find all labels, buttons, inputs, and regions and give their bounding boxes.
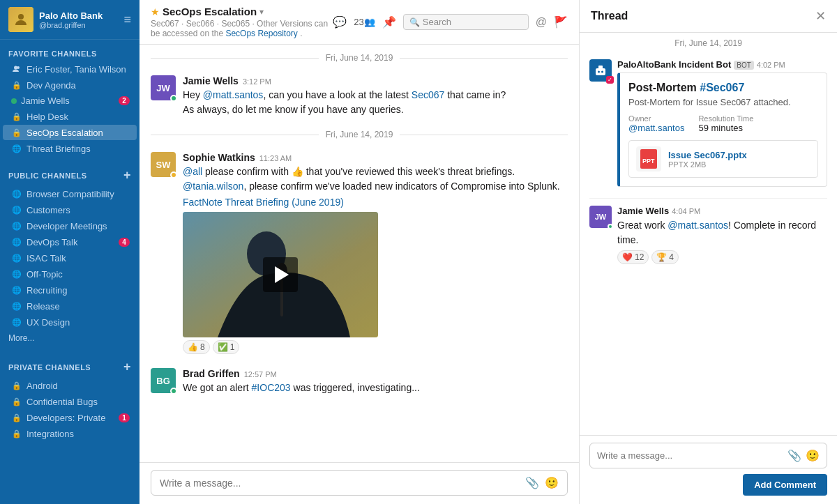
play-button[interactable] — [263, 257, 298, 292]
thread-input-box: 📎 🙂 — [589, 443, 827, 468]
more-channels-link[interactable]: More... — [0, 330, 140, 349]
sidebar-item-jamie-wells[interactable]: Jamie Wells 2 — [3, 93, 137, 108]
sidebar-item-developers-private[interactable]: 🔒 Developers: Private 1 — [3, 410, 137, 425]
postmortem-issue-link[interactable]: #Sec067 — [700, 82, 744, 93]
mention-link[interactable]: @matt.santos — [203, 89, 264, 100]
reaction-count: 1 — [230, 342, 235, 352]
globe-icon: 🌐 — [11, 220, 22, 231]
bookmark-icon[interactable]: 🚩 — [554, 15, 568, 29]
mention-tania[interactable]: @tania.wilson — [183, 181, 243, 192]
private-section-header[interactable]: PRIVATE CHANNELS + — [0, 357, 140, 377]
globe-icon: 🌐 — [11, 268, 22, 280]
issue-link[interactable]: Sec067 — [412, 89, 444, 100]
svg-point-2 — [17, 66, 20, 69]
globe-icon: 🌐 — [11, 236, 22, 247]
sidebar-item-ux-design[interactable]: 🌐 UX Design — [3, 314, 137, 330]
ioc-link[interactable]: #IOC203 — [252, 382, 291, 393]
reaction-checkmark[interactable]: ✅ 1 — [213, 340, 240, 354]
channel-star-icon[interactable]: ★ — [151, 6, 160, 17]
user-avatar: JW — [589, 206, 612, 228]
mention-all[interactable]: @all — [183, 166, 202, 177]
channel-header: ★ SecOps Escalation ▾ Sec067 · Sec066 · … — [140, 0, 579, 45]
status-dot — [170, 171, 177, 178]
members-count: 23 — [354, 17, 363, 27]
reaction-thumbs-up[interactable]: 👍 8 — [183, 340, 210, 354]
sidebar-item-off-topic[interactable]: 🌐 Off-Topic — [3, 266, 137, 282]
lock-icon: 🔒 — [11, 127, 22, 138]
pin-icon[interactable]: 📌 — [382, 15, 396, 29]
postmortem-card: Post-Mortem #Sec067 Post-Mortem for Issu… — [617, 72, 827, 187]
message-time: 11:23 AM — [259, 154, 292, 162]
globe-icon: 🌐 — [11, 284, 22, 296]
message-input-area: 📎 🙂 — [140, 462, 579, 504]
sidebar-item-integrations[interactable]: 🔒 Integrations — [3, 426, 137, 441]
thread-attachment-icon[interactable]: 📎 — [787, 449, 801, 462]
reaction-heart[interactable]: ❤️ 12 — [617, 250, 649, 264]
workspace-header[interactable]: Palo Alto Bank @brad.griffen ≡ — [0, 0, 140, 40]
thread-header: Thread ✕ — [580, 0, 837, 33]
reaction-trophy[interactable]: 🏆 4 — [651, 250, 679, 264]
postmortem-meta: Owner @matt.santos Resolution Time 59 mi… — [628, 114, 818, 133]
thread-message-input[interactable] — [597, 450, 783, 461]
emoji-icon[interactable]: 🙂 — [545, 476, 559, 489]
owner-label: Owner — [628, 114, 684, 123]
add-private-channel-icon[interactable]: + — [123, 360, 131, 374]
sidebar-item-recruiting[interactable]: 🌐 Recruiting — [3, 282, 137, 298]
sidebar-item-android[interactable]: 🔒 Android — [3, 378, 137, 393]
message-header: Brad Griffen 12:57 PM — [183, 368, 568, 379]
avatar-initials — [8, 7, 33, 32]
sidebar-item-developer-meetings[interactable]: 🌐 Developer Meetings — [3, 218, 137, 234]
sidebar-item-secops-escalation[interactable]: 🔒 SecOps Escalation — [3, 125, 137, 140]
sidebar-item-devops-talk[interactable]: 🌐 DevOps Talk 4 — [3, 234, 137, 250]
file-size: PPTX 2MB — [668, 160, 747, 169]
postmortem-owner: Owner @matt.santos — [628, 114, 684, 133]
channel-chevron-icon[interactable]: ▾ — [259, 7, 264, 17]
message-row: BG Brad Griffen 12:57 PM We got an alert… — [151, 364, 568, 399]
add-public-channel-icon[interactable]: + — [123, 168, 131, 183]
sidebar-item-label: Developers: Private — [27, 413, 119, 423]
public-section-header[interactable]: PUBLIC CHANNELS + — [0, 165, 140, 185]
sidebar-item-eric-tania[interactable]: Eric Foster, Tania Wilson — [3, 61, 137, 77]
sidebar-item-dev-agenda[interactable]: 🔒 Dev Agenda — [3, 77, 137, 93]
message-text: @all please confirm with 👍 that you've r… — [183, 165, 568, 179]
public-channels-section: PUBLIC CHANNELS + 🌐 Browser Compatibilit… — [0, 158, 140, 350]
svg-rect-7 — [596, 68, 605, 75]
workspace-name: Palo Alto Bank — [39, 10, 123, 21]
thread-msg-header: Jamie Wells 4:04 PM — [617, 206, 827, 216]
thread-msg-content: Jamie Wells 4:04 PM Great work @matt.san… — [617, 206, 827, 264]
status-dot — [608, 224, 613, 229]
attachment-icon[interactable]: 📎 — [525, 476, 539, 489]
channel-members[interactable]: 23 👥 — [354, 17, 375, 27]
channel-title-area: ★ SecOps Escalation ▾ Sec067 · Sec066 · … — [151, 6, 333, 38]
factbook-link[interactable]: FactNote Threat Briefing (June 2019) — [183, 197, 568, 208]
bot-avatar: ✓ — [589, 59, 612, 82]
video-thumbnail[interactable] — [183, 212, 378, 337]
sidebar-menu-icon[interactable]: ≡ — [123, 13, 131, 27]
date-text-1: Fri, June 14, 2019 — [319, 53, 400, 63]
secops-repo-link[interactable]: SecOps Repository — [225, 29, 297, 38]
message-input-box: 📎 🙂 — [151, 470, 568, 496]
sidebar-item-help-desk[interactable]: 🔒 Help Desk — [3, 109, 137, 124]
speech-bubble-icon[interactable]: 💬 — [333, 15, 347, 29]
sidebar-item-confidential-bugs[interactable]: 🔒 Confidential Bugs — [3, 394, 137, 409]
sidebar-item-release[interactable]: 🌐 Release — [3, 298, 137, 314]
members-icon: 👥 — [364, 17, 375, 27]
sidebar-item-customers[interactable]: 🌐 Customers — [3, 202, 137, 217]
at-icon[interactable]: @ — [536, 16, 547, 29]
add-comment-button[interactable]: Add Comment — [743, 474, 827, 496]
sidebar-item-threat-briefings[interactable]: 🌐 Threat Briefings — [3, 141, 137, 156]
sidebar-item-isac-talk[interactable]: 🌐 ISAC Talk — [3, 250, 137, 266]
thread-input-area: 📎 🙂 Add Comment — [580, 435, 837, 504]
thread-emoji-icon[interactable]: 🙂 — [806, 449, 820, 462]
thread-close-button[interactable]: ✕ — [815, 8, 826, 24]
message-content: Jamie Wells 3:12 PM Hey @matt.santos, ca… — [183, 75, 568, 117]
sidebar-item-browser-compat[interactable]: 🌐 Browser Compatibility — [3, 186, 137, 201]
avatar: JW — [151, 75, 176, 100]
message-input[interactable] — [160, 478, 520, 489]
channel-name-row: ★ SecOps Escalation ▾ — [151, 6, 333, 17]
file-attachment[interactable]: PPT Issue Sec067.pptx PPTX 2MB — [628, 140, 818, 178]
thread-date-divider: Fri, June 14, 2019 — [589, 33, 827, 54]
mention-link[interactable]: @matt.santos — [668, 220, 728, 231]
search-bar[interactable]: 🔍 Search — [403, 14, 529, 30]
favorite-section-header: FAVORITE CHANNELS — [0, 47, 140, 61]
